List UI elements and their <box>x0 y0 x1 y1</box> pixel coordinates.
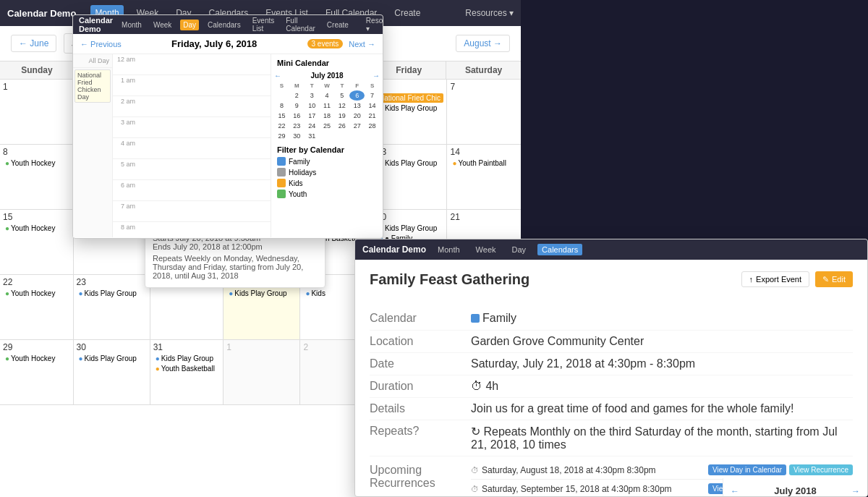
table-row[interactable]: 30Kids Play Group <box>74 340 150 405</box>
popup-ends: Ends July 20, 2018 at 12:00pm <box>153 242 318 251</box>
popup-repeats: Repeats Weekly on Monday, Wednesday, Thu… <box>153 254 318 280</box>
edp-main-content: Family Feast Gathering ↑ Export Event ✎ … <box>355 260 867 496</box>
day-nav-month[interactable]: Month <box>119 20 145 30</box>
edp-duration-label: Duration <box>370 380 471 393</box>
edp-nav-week[interactable]: Week <box>472 244 501 255</box>
list-item[interactable]: Youth Paintball <box>450 158 518 168</box>
edp-location-label: Location <box>370 335 471 348</box>
day-right-panel: Mini Calendar ← July 2018 → SMTWTFS 2345… <box>271 54 383 237</box>
edp-location-value: Garden Grove Community Center <box>471 335 853 348</box>
day-nav-full-calendar[interactable]: Full Calendar <box>283 15 318 34</box>
day-filter-holidays[interactable]: Holidays <box>277 168 377 177</box>
table-row[interactable]: 6National Fried ChicKids Play Group <box>374 80 448 145</box>
edp-date-value: Saturday, July 21, 2018 at 4:30pm - 8:30… <box>471 357 853 370</box>
family-icon <box>277 157 286 166</box>
day-view-nav: Calendar Demo Month Week Day Calendars E… <box>73 15 383 34</box>
col-saturday: Saturday <box>446 61 521 79</box>
day-filter-kids[interactable]: Kids <box>277 179 377 187</box>
edp-repeats-label: Repeats? <box>370 425 471 451</box>
day-title: Friday, July 6, 2018 <box>127 38 302 49</box>
table-row[interactable]: 31Kids Play GroupYouth Basketball <box>150 340 224 405</box>
edp-nav-month[interactable]: Month <box>433 244 464 255</box>
day-nav-create[interactable]: Create <box>324 20 352 30</box>
hour-7am: 7 am <box>113 201 271 222</box>
edp-nav-day[interactable]: Day <box>508 244 531 255</box>
list-item[interactable]: Youth Hockey <box>3 354 70 363</box>
view-day-button[interactable]: View Day in Calendar <box>708 464 786 475</box>
table-row[interactable]: 1 <box>0 80 74 145</box>
table-row[interactable]: 14Youth Paintball <box>447 145 521 210</box>
day-nav-calendars[interactable]: Calendars <box>205 20 244 30</box>
list-item[interactable]: Kids Play Group <box>377 158 444 168</box>
prev-month-button[interactable]: ← June <box>11 35 56 52</box>
calendar-color-icon <box>471 314 480 323</box>
hour-12am: 12 am <box>113 54 271 75</box>
day-mini-month: July 2018 <box>310 72 343 80</box>
day-mini-next[interactable]: → <box>373 72 380 80</box>
event-detail-panel: Calendar Demo Month Week Day Calendars F… <box>354 239 868 497</box>
hour-2am: 2 am <box>113 96 271 117</box>
col-sunday: Sunday <box>0 61 75 79</box>
day-mini-prev[interactable]: ← <box>274 72 281 80</box>
all-day-label: All Day <box>73 54 112 68</box>
day-filter-family[interactable]: Family <box>277 157 377 166</box>
export-event-button[interactable]: ↑ Export Event <box>741 271 809 287</box>
table-row[interactable]: 22Youth Hockey <box>0 275 74 340</box>
edp-nav-calendars[interactable]: Calendars <box>537 244 582 255</box>
list-item[interactable]: Youth Hockey <box>3 158 70 168</box>
day-prev-button[interactable]: ← Previous <box>80 40 122 48</box>
edp-upcoming-label: Upcoming Recurrences <box>370 461 471 490</box>
edp-brand: Calendar Demo <box>362 245 426 255</box>
list-item[interactable]: Youth Hockey <box>3 289 70 298</box>
day-mini-calendar-title: Mini Calendar <box>271 54 383 72</box>
list-item[interactable]: Kids Play Group <box>377 224 444 233</box>
list-item[interactable]: National Fried Chic <box>377 93 444 103</box>
day-nav-week[interactable]: Week <box>150 20 174 30</box>
list-item[interactable]: Kids Play Group <box>77 289 147 298</box>
table-row[interactable]: 8Youth Hockey <box>0 145 74 210</box>
day-next-button[interactable]: Next → <box>349 40 375 48</box>
table-row[interactable]: 1 <box>224 340 300 405</box>
list-item[interactable]: Youth Hockey <box>3 224 70 233</box>
edp-body: Family Feast Gathering ↑ Export Event ✎ … <box>355 260 867 496</box>
nav-create[interactable]: Create <box>390 5 425 21</box>
edp-actions: ↑ Export Event ✎ Edit <box>741 271 853 287</box>
table-row[interactable]: 7 <box>447 80 521 145</box>
day-filter-youth[interactable]: Youth <box>277 190 377 198</box>
edp-details-row: Details Join us for a great time of food… <box>370 398 853 420</box>
edp-date-row: Date Saturday, July 21, 2018 at 4:30pm -… <box>370 353 853 375</box>
edp-duration-row: Duration ⏱ 4h <box>370 375 853 398</box>
list-item[interactable]: Kids Play Group <box>153 354 221 363</box>
day-mini-calendar-grid: SMTWTFS 234567 891011121314 151617181920… <box>271 81 383 141</box>
table-row[interactable]: 13Kids Play Group <box>374 145 448 210</box>
day-filter-section: Filter by Calendar Family Holidays Kids … <box>271 141 383 205</box>
table-row[interactable]: 29Youth Hockey <box>0 340 74 405</box>
table-row[interactable]: 15Youth Hockey <box>0 210 74 275</box>
next-month-button[interactable]: August → <box>456 35 510 52</box>
edp-nav: Calendar Demo Month Week Day Calendars <box>355 239 867 260</box>
view-recurrence-button[interactable]: View Recurrence <box>789 464 853 475</box>
edp-details-value: Join us for a great time of food and gam… <box>471 402 853 415</box>
edit-event-button[interactable]: ✎ Edit <box>815 271 853 287</box>
rmp-next-btn[interactable]: → <box>851 486 860 496</box>
table-row[interactable]: 23Kids Play Group <box>74 275 150 340</box>
edp-duration-value: ⏱ 4h <box>471 380 853 393</box>
day-mini-nav: ← July 2018 → <box>271 72 383 81</box>
hour-4am: 4 am <box>113 138 271 159</box>
rmp-nav: ← July 2018 → <box>731 485 860 496</box>
holiday-event[interactable]: National Fried Chicken Day <box>75 69 111 103</box>
list-item[interactable]: Youth Basketball <box>153 364 221 373</box>
clock-icon: ⏱ <box>471 485 479 493</box>
youth-icon <box>277 190 286 198</box>
list-item[interactable]: Kids Play Group <box>77 354 147 363</box>
right-mini-panel: ← July 2018 → SMTWTFS 234567 89101112131… <box>723 478 867 497</box>
edp-calendar-label: Calendar <box>370 312 471 326</box>
day-nav-day[interactable]: Day <box>180 20 199 30</box>
rmp-prev-btn[interactable]: ← <box>731 486 739 496</box>
list-item[interactable]: Kids Play Group <box>377 103 444 113</box>
day-nav-events-list[interactable]: Events List <box>250 15 278 34</box>
list-item: ⏱Saturday, August 18, 2018 at 4:30pm 8:3… <box>471 461 853 480</box>
list-item[interactable]: Kids Play Group <box>226 289 297 298</box>
day-nav-resources[interactable]: Resources ▾ <box>363 15 383 34</box>
nav-resources[interactable]: Resources ▾ <box>465 8 514 18</box>
